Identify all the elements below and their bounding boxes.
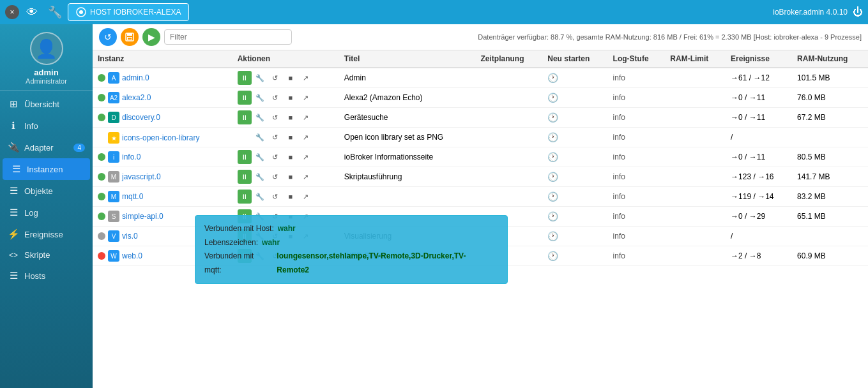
instance-name[interactable]: admin.0 [122, 73, 149, 82]
settings-button[interactable]: 🔧 [253, 91, 267, 105]
sidebar-item-log[interactable]: ☰ Log [0, 202, 93, 223]
instance-name[interactable]: mqtt.0 [122, 192, 143, 201]
clock-icon[interactable]: 🕐 [547, 191, 558, 202]
cell-neu-starten: 🕐 [542, 246, 607, 266]
clock-icon[interactable]: 🕐 [547, 93, 558, 103]
instance-name[interactable]: discovery.0 [122, 113, 160, 122]
settings-button[interactable]: 🔧 [253, 170, 267, 184]
sidebar-item-objects[interactable]: ☰ Objekte [0, 180, 93, 202]
cell-ram-nutzung: 65.1 MB [792, 207, 868, 227]
sidebar-item-info[interactable]: ℹ Info [0, 115, 93, 137]
pause-button[interactable]: ⏸ [238, 170, 252, 184]
reload-button[interactable]: ↺ [268, 130, 282, 144]
col-titel: Titel [339, 50, 476, 68]
host-tab[interactable]: HOST IOBROKER-ALEXA [68, 3, 189, 21]
sidebar-item-adapter[interactable]: 🔌 Adapter 4 [0, 137, 93, 158]
instance-name[interactable]: alexa2.0 [122, 93, 151, 102]
cell-log-stufe: info [608, 246, 666, 266]
stop-button[interactable]: ■ [284, 130, 298, 144]
topbar-right: ioBroker.admin 4.0.10 ⏻ [773, 6, 863, 18]
cell-ram-limit [665, 227, 726, 246]
stop-button[interactable]: ■ [284, 71, 298, 85]
sidebar-item-objects-label: Objekte [24, 186, 53, 196]
clock-icon[interactable]: 🕐 [547, 132, 558, 142]
instance-name[interactable]: info.0 [122, 153, 141, 161]
instance-name[interactable]: simple-api.0 [122, 212, 164, 221]
clock-icon[interactable]: 🕐 [547, 172, 558, 182]
cell-log-stufe: info [608, 167, 666, 187]
cell-log-stufe: info [608, 187, 666, 207]
wrench-icon[interactable]: 🔧 [45, 2, 65, 22]
power-icon[interactable]: ⏻ [853, 6, 863, 18]
cell-neu-starten: 🕐 [542, 88, 607, 108]
clock-icon[interactable]: 🕐 [547, 231, 558, 241]
sidebar-item-events[interactable]: ⚡ Ereignisse [0, 223, 93, 245]
filter-input[interactable] [164, 29, 292, 45]
cell-zeitplanung [476, 108, 543, 128]
adapter-icon: 🔌 [8, 142, 19, 153]
close-button[interactable]: × [5, 5, 19, 19]
clock-icon[interactable]: 🕐 [547, 112, 558, 123]
cell-instanz: A2 alexa2.0 [93, 88, 232, 108]
save-button[interactable] [121, 28, 139, 46]
cell-ereignisse: →119 / →14 [726, 187, 792, 207]
link-button[interactable]: ↗ [299, 91, 313, 105]
instance-name[interactable]: web.0 [122, 251, 142, 260]
reload-button[interactable]: ↺ [268, 150, 282, 164]
stop-button[interactable]: ■ [284, 190, 298, 204]
reload-button[interactable]: ↺ [268, 71, 282, 85]
pause-button[interactable]: ⏸ [238, 71, 252, 85]
stop-button[interactable]: ■ [284, 110, 298, 124]
settings-button[interactable]: 🔧 [253, 190, 267, 204]
instance-name[interactable]: vis.0 [122, 232, 138, 241]
pause-button[interactable]: ⏸ [238, 150, 252, 164]
settings-button[interactable]: 🔧 [253, 150, 267, 164]
link-button[interactable]: ↗ [299, 130, 313, 144]
reload-button[interactable]: ↺ [268, 91, 282, 105]
status-dot [98, 213, 105, 220]
status-dot [98, 153, 105, 161]
cell-ram-limit [665, 88, 726, 108]
status-dot [98, 114, 105, 121]
clock-icon[interactable]: 🕐 [547, 73, 558, 83]
sidebar-item-overview[interactable]: ⊞ Übersicht [0, 93, 93, 115]
cell-aktionen: ⏸ 🔧 ↺ ■ ↗ [232, 187, 339, 207]
reload-button[interactable]: ↺ [268, 170, 282, 184]
clock-icon[interactable]: 🕐 [547, 251, 558, 261]
clock-icon[interactable]: 🕐 [547, 211, 558, 221]
instance-icon: D [108, 112, 119, 123]
clock-icon[interactable]: 🕐 [547, 152, 558, 162]
pause-button[interactable]: ⏸ [238, 190, 252, 204]
sidebar-item-instances[interactable]: ☰ Instanzen [3, 158, 90, 180]
eye-icon[interactable]: 👁 [22, 2, 42, 22]
cell-aktionen: ⏸ 🔧 ↺ ■ ↗ [232, 68, 339, 88]
link-button[interactable]: ↗ [299, 150, 313, 164]
cell-ram-nutzung [792, 227, 868, 246]
play-button[interactable]: ▶ [142, 28, 160, 46]
pause-button[interactable]: ⏸ [238, 110, 252, 124]
stop-button[interactable]: ■ [284, 91, 298, 105]
reload-button[interactable]: ↺ [268, 110, 282, 124]
settings-button[interactable]: 🔧 [253, 71, 267, 85]
sidebar-item-scripts[interactable]: <> Skripte [0, 245, 93, 265]
link-button[interactable]: ↗ [299, 110, 313, 124]
sidebar-item-hosts[interactable]: ☰ Hosts [0, 265, 93, 287]
refresh-button[interactable]: ↺ [99, 28, 117, 46]
instance-icon: A2 [108, 92, 119, 103]
instance-name[interactable]: icons-open-icon-library [122, 133, 199, 142]
pause-button[interactable]: ⏸ [238, 91, 252, 105]
link-button[interactable]: ↗ [299, 71, 313, 85]
link-button[interactable]: ↗ [299, 190, 313, 204]
instance-name[interactable]: javascript.0 [122, 172, 161, 181]
cell-zeitplanung [476, 128, 543, 147]
cell-ereignisse: / [726, 227, 792, 246]
stop-button[interactable]: ■ [284, 170, 298, 184]
settings-button[interactable]: 🔧 [253, 130, 267, 144]
avatar: 👤 [30, 32, 63, 65]
stop-button[interactable]: ■ [284, 150, 298, 164]
settings-button[interactable]: 🔧 [253, 110, 267, 124]
cell-ereignisse: →123 / →16 [726, 167, 792, 187]
link-button[interactable]: ↗ [299, 170, 313, 184]
reload-button[interactable]: ↺ [268, 190, 282, 204]
col-neu-starten: Neu starten [542, 50, 607, 68]
